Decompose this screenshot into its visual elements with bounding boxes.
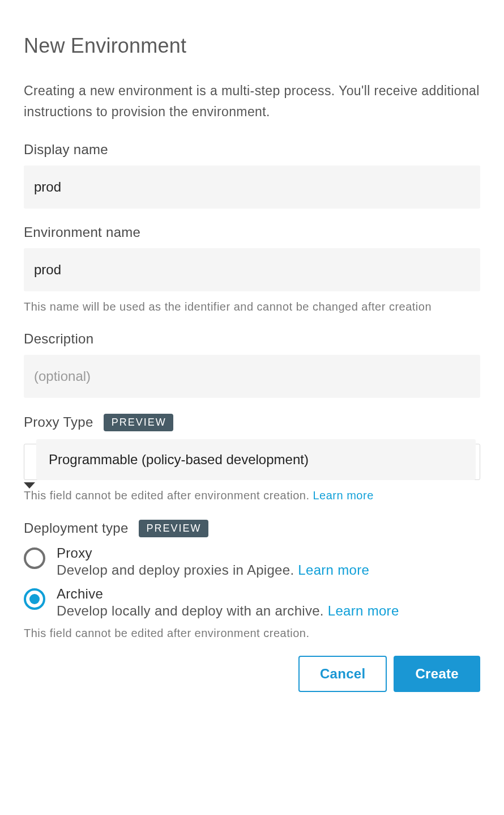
description-input[interactable] xyxy=(24,355,480,398)
proxy-type-selected-value: Programmable (policy-based development) xyxy=(36,439,476,480)
new-environment-dialog: New Environment Creating a new environme… xyxy=(0,0,504,709)
description-label: Description xyxy=(24,331,480,347)
radio-desc-text: Develop locally and deploy with an archi… xyxy=(57,603,328,618)
description-field: Description xyxy=(24,331,480,398)
radio-desc: Develop and deploy proxies in Apigee. Le… xyxy=(57,562,480,578)
radio-desc: Develop locally and deploy with an archi… xyxy=(57,603,480,619)
radio-title: Proxy xyxy=(57,545,480,561)
deployment-type-label-row: Deployment type PREVIEW xyxy=(24,520,480,537)
display-name-input[interactable] xyxy=(24,165,480,209)
archive-learn-more-link[interactable]: Learn more xyxy=(328,603,399,618)
proxy-type-helper: This field cannot be edited after enviro… xyxy=(24,487,480,504)
environment-name-label: Environment name xyxy=(24,224,480,240)
radio-button-selected[interactable] xyxy=(24,588,45,610)
radio-content: Archive Develop locally and deploy with … xyxy=(57,586,480,619)
display-name-field: Display name xyxy=(24,142,480,209)
proxy-type-helper-text: This field cannot be edited after enviro… xyxy=(24,489,313,502)
proxy-type-label-row: Proxy Type PREVIEW xyxy=(24,414,480,431)
proxy-type-learn-more-link[interactable]: Learn more xyxy=(313,489,374,502)
deployment-helper: This field cannot be edited after enviro… xyxy=(24,627,480,640)
preview-badge: PREVIEW xyxy=(139,520,208,537)
chevron-down-icon xyxy=(24,482,35,489)
preview-badge: PREVIEW xyxy=(104,414,173,431)
environment-name-field: Environment name This name will be used … xyxy=(24,224,480,315)
radio-content: Proxy Develop and deploy proxies in Apig… xyxy=(57,545,480,578)
radio-option-archive[interactable]: Archive Develop locally and deploy with … xyxy=(24,586,480,619)
proxy-type-select[interactable]: Programmable (policy-based development) xyxy=(24,439,480,480)
page-title: New Environment xyxy=(24,34,480,58)
intro-text: Creating a new environment is a multi-st… xyxy=(24,80,480,122)
deployment-type-field: Deployment type PREVIEW Proxy Develop an… xyxy=(24,520,480,640)
proxy-type-field: Proxy Type PREVIEW Programmable (policy-… xyxy=(24,414,480,504)
proxy-type-label: Proxy Type xyxy=(24,414,93,430)
environment-name-helper: This name will be used as the identifier… xyxy=(24,298,480,315)
create-button[interactable]: Create xyxy=(394,656,480,692)
radio-title: Archive xyxy=(57,586,480,602)
radio-desc-text: Develop and deploy proxies in Apigee. xyxy=(57,562,298,578)
display-name-label: Display name xyxy=(24,142,480,158)
deployment-type-label: Deployment type xyxy=(24,520,129,536)
dialog-actions: Cancel Create xyxy=(24,656,480,692)
deployment-radio-group: Proxy Develop and deploy proxies in Apig… xyxy=(24,545,480,619)
radio-button[interactable] xyxy=(24,547,45,569)
radio-option-proxy[interactable]: Proxy Develop and deploy proxies in Apig… xyxy=(24,545,480,578)
radio-dot-icon xyxy=(29,594,40,604)
proxy-learn-more-link[interactable]: Learn more xyxy=(298,562,369,578)
cancel-button[interactable]: Cancel xyxy=(298,656,387,692)
environment-name-input[interactable] xyxy=(24,248,480,291)
